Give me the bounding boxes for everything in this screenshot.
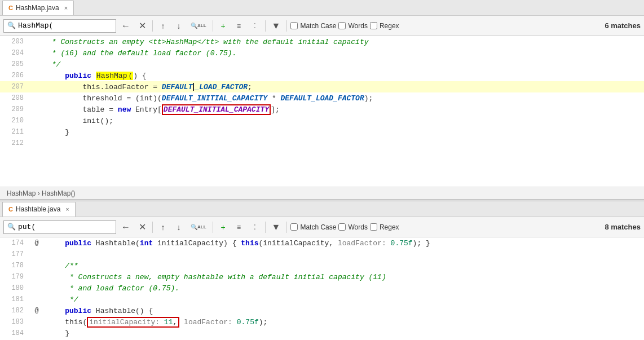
table-row: 212 bbox=[0, 138, 644, 149]
table-row: 178 /** bbox=[0, 260, 644, 271]
top-back-btn[interactable]: ← bbox=[118, 19, 133, 33]
bottom-search-input-wrap[interactable]: 🔍 bbox=[3, 220, 116, 234]
bottom-search-icon: 🔍 bbox=[7, 223, 16, 231]
table-row: 179 * Constructs a new, empty hashtable … bbox=[0, 271, 644, 282]
table-row: 203 * Constructs an empty <tt>HashMap</t… bbox=[0, 36, 644, 47]
bottom-replace2-btn[interactable]: ⁚ bbox=[248, 220, 262, 234]
top-prev-btn[interactable]: ↑ bbox=[156, 19, 170, 33]
bottom-match-count: 8 matches bbox=[605, 223, 641, 231]
bottom-search-toolbar: 🔍 ← ✕ ↑ ↓ 🔍ALL + ≡ ⁚ ▼ Match Case Words … bbox=[0, 217, 644, 237]
bottom-tab-label: Hashtable.java bbox=[16, 205, 60, 213]
bottom-tab-bar: C Hashtable.java × bbox=[0, 201, 644, 217]
bottom-replace-btn[interactable]: ≡ bbox=[232, 220, 246, 234]
bottom-tab-icon: C bbox=[8, 206, 13, 213]
top-search-input-wrap[interactable]: 🔍 bbox=[3, 19, 116, 33]
top-tab-bar: C HashMap.java × bbox=[0, 0, 644, 16]
bottom-prev-btn[interactable]: ↑ bbox=[156, 220, 170, 234]
bottom-match-case-checkbox[interactable] bbox=[290, 223, 298, 231]
bottom-match-case-text: Match Case bbox=[300, 223, 336, 231]
bottom-match-case-label[interactable]: Match Case bbox=[290, 223, 336, 231]
top-match-case-text: Match Case bbox=[300, 22, 336, 30]
top-regex-text: Regex bbox=[380, 22, 399, 30]
table-row: 180 * and load factor (0.75). bbox=[0, 282, 644, 294]
top-breadcrumb: HashMap › HashMap() bbox=[0, 187, 644, 199]
top-tab-close[interactable]: × bbox=[64, 5, 68, 11]
table-row: 181 */ bbox=[0, 294, 644, 305]
sep7 bbox=[265, 222, 266, 233]
sep4 bbox=[286, 20, 287, 32]
top-match-case-label[interactable]: Match Case bbox=[290, 22, 336, 30]
table-row: 174 @ public Hashtable(int initialCapaci… bbox=[0, 237, 644, 249]
table-row: 182 @ public Hashtable() { bbox=[0, 305, 644, 316]
bottom-back-btn[interactable]: ← bbox=[118, 220, 133, 234]
table-row: 183 this(initialCapacity: 11, loadFactor… bbox=[0, 316, 644, 328]
bottom-code-area: 174 @ public Hashtable(int initialCapaci… bbox=[0, 237, 644, 340]
top-regex-label[interactable]: Regex bbox=[370, 22, 399, 30]
top-words-checkbox[interactable] bbox=[338, 22, 346, 29]
sep1 bbox=[152, 20, 153, 32]
top-words-label[interactable]: Words bbox=[338, 22, 367, 30]
bottom-regex-text: Regex bbox=[380, 223, 399, 231]
table-row: 208 threshold = (int)(DEFAULT_INITIAL_CA… bbox=[0, 92, 644, 104]
bottom-add-btn[interactable]: + bbox=[217, 220, 230, 234]
bottom-search-input[interactable] bbox=[18, 223, 103, 231]
bottom-filter-btn[interactable]: ▼ bbox=[269, 220, 284, 234]
bottom-close-btn[interactable]: ✕ bbox=[135, 220, 149, 234]
top-filter-btn[interactable]: ▼ bbox=[269, 19, 284, 33]
table-row: 210 init(); bbox=[0, 115, 644, 126]
top-match-case-checkbox[interactable] bbox=[290, 22, 298, 29]
top-tab-icon: C bbox=[8, 5, 13, 11]
table-row: 204 * (16) and the default load factor (… bbox=[0, 47, 644, 59]
table-row: 206 public HashMap() { bbox=[0, 70, 644, 81]
table-row: 209 table = new Entry[DEFAULT_INITIAL_CA… bbox=[0, 104, 644, 115]
top-all-btn[interactable]: 🔍ALL bbox=[188, 19, 209, 33]
sep5 bbox=[152, 222, 153, 233]
top-add-btn[interactable]: + bbox=[217, 19, 230, 33]
bottom-regex-label[interactable]: Regex bbox=[370, 223, 399, 231]
breadcrumb-text: HashMap › HashMap() bbox=[7, 189, 75, 197]
bottom-words-checkbox[interactable] bbox=[338, 223, 346, 231]
bottom-tab-close[interactable]: × bbox=[65, 206, 69, 213]
top-code-area: 203 * Constructs an empty <tt>HashMap</t… bbox=[0, 36, 644, 187]
table-row: 184 } bbox=[0, 328, 644, 339]
bottom-next-btn[interactable]: ↓ bbox=[172, 220, 186, 234]
bottom-words-text: Words bbox=[348, 223, 367, 231]
sep3 bbox=[265, 20, 266, 32]
table-row: 211 } bbox=[0, 126, 644, 138]
top-close-btn[interactable]: ✕ bbox=[135, 19, 149, 33]
top-replace2-btn[interactable]: ⁚ bbox=[248, 19, 262, 33]
bottom-all-btn[interactable]: 🔍ALL bbox=[188, 220, 209, 234]
bottom-regex-checkbox[interactable] bbox=[370, 223, 377, 231]
table-row: 177 bbox=[0, 249, 644, 260]
top-search-icon: 🔍 bbox=[7, 21, 16, 30]
top-words-text: Words bbox=[348, 22, 367, 30]
top-editor: 203 * Constructs an empty <tt>HashMap</t… bbox=[0, 36, 644, 187]
table-row: 205 */ bbox=[0, 59, 644, 70]
top-tab[interactable]: C HashMap.java × bbox=[2, 1, 74, 15]
top-replace-btn[interactable]: ≡ bbox=[232, 19, 246, 33]
top-search-input[interactable] bbox=[18, 21, 103, 30]
bottom-tab[interactable]: C Hashtable.java × bbox=[2, 202, 76, 217]
top-tab-label: HashMap.java bbox=[16, 4, 59, 12]
sep6 bbox=[213, 222, 213, 233]
sep8 bbox=[286, 222, 287, 233]
top-match-count: 6 matches bbox=[605, 21, 641, 30]
bottom-editor: 174 @ public Hashtable(int initialCapaci… bbox=[0, 237, 644, 340]
top-search-toolbar: 🔍 ← ✕ ↑ ↓ 🔍ALL + ≡ ⁚ ▼ Match Case Words … bbox=[0, 16, 644, 36]
table-row: 207 this.loadFactor = DEFAULT_LOAD_FACTO… bbox=[0, 81, 644, 92]
sep2 bbox=[213, 20, 213, 32]
top-next-btn[interactable]: ↓ bbox=[172, 19, 186, 33]
bottom-words-label[interactable]: Words bbox=[338, 223, 367, 231]
top-regex-checkbox[interactable] bbox=[370, 22, 377, 29]
